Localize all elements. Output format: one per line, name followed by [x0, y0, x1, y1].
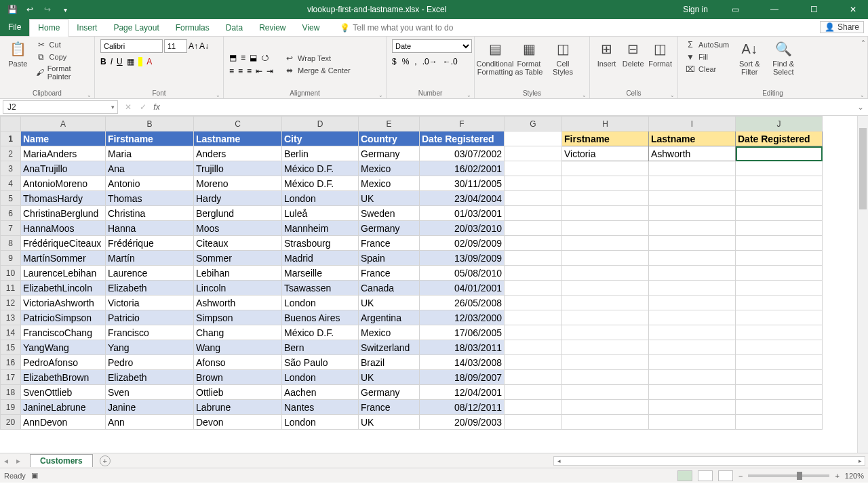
vertical-scrollbar[interactable] — [857, 116, 868, 453]
cell-H13[interactable] — [562, 310, 649, 325]
cell-E13[interactable]: Argentina — [359, 310, 420, 325]
delete-cells-button[interactable]: ⊟Delete — [622, 39, 644, 68]
cell-B12[interactable]: Victoria — [106, 296, 194, 310]
cell-H15[interactable] — [562, 340, 649, 355]
cell-F11[interactable]: 04/01/2001 — [420, 281, 505, 296]
format-cells-button[interactable]: ◫Format — [648, 39, 672, 68]
cell-I17[interactable] — [649, 370, 736, 385]
row-header-15[interactable]: 15 — [1, 340, 21, 355]
enter-icon[interactable]: ✓ — [136, 102, 151, 112]
tab-review[interactable]: Review — [251, 20, 294, 36]
name-box[interactable]: J2 — [3, 100, 118, 114]
row-header-3[interactable]: 3 — [1, 161, 21, 176]
cell-G17[interactable] — [505, 370, 562, 385]
cell-H3[interactable] — [562, 161, 649, 176]
col-header-E[interactable]: E — [359, 117, 420, 131]
row-header-12[interactable]: 12 — [1, 296, 21, 310]
cell-D12[interactable]: London — [282, 296, 359, 310]
cell-J4[interactable] — [736, 176, 823, 191]
cell-J5[interactable] — [736, 191, 823, 206]
cell-G1[interactable] — [505, 131, 562, 146]
conditional-formatting-button[interactable]: ▤Conditional Formatting — [480, 39, 510, 76]
font-name-combo[interactable] — [100, 39, 163, 53]
decrease-font-icon[interactable]: A↓ — [199, 41, 209, 51]
cell-J17[interactable] — [736, 370, 823, 385]
align-bottom-icon[interactable]: ⬓ — [250, 53, 257, 62]
cell-J15[interactable] — [736, 340, 823, 355]
tell-me-input[interactable]: 💡 Tell me what you want to do — [332, 20, 461, 36]
cell-C13[interactable]: Simpson — [194, 310, 282, 325]
cell-F5[interactable]: 23/04/2004 — [420, 191, 505, 206]
indent-decrease-icon[interactable]: ⇤ — [256, 66, 262, 76]
cell-I16[interactable] — [649, 355, 736, 370]
cell-J14[interactable] — [736, 325, 823, 340]
cell-C6[interactable]: Berglund — [194, 206, 282, 221]
col-header-I[interactable]: I — [649, 117, 736, 131]
cell-I2[interactable]: Ashworth — [649, 146, 736, 161]
fill-button[interactable]: ▼Fill — [684, 52, 730, 62]
cell-I4[interactable] — [649, 176, 736, 191]
cell-C9[interactable]: Sommer — [194, 251, 282, 266]
cell-G10[interactable] — [505, 266, 562, 281]
cell-G19[interactable] — [505, 400, 562, 415]
cell-D1[interactable]: City — [282, 131, 359, 146]
merge-center-button[interactable]: ⬌Merge & Center — [283, 65, 352, 76]
cell-E2[interactable]: Germany — [359, 146, 420, 161]
row-header-18[interactable]: 18 — [1, 385, 21, 400]
cell-G12[interactable] — [505, 296, 562, 310]
tab-page-layout[interactable]: Page Layout — [105, 20, 167, 36]
cell-A15[interactable]: YangWang — [21, 340, 106, 355]
cell-H16[interactable] — [562, 355, 649, 370]
cell-G2[interactable] — [505, 146, 562, 161]
cell-A2[interactable]: MariaAnders — [21, 146, 106, 161]
cell-C2[interactable]: Anders — [194, 146, 282, 161]
cell-I19[interactable] — [649, 400, 736, 415]
collapse-ribbon-icon[interactable]: ˄ — [861, 39, 865, 49]
increase-decimals-icon[interactable]: .0→ — [422, 57, 437, 66]
decrease-decimals-icon[interactable]: ←.0 — [443, 57, 458, 66]
cell-C10[interactable]: Lebihan — [194, 266, 282, 281]
cell-D11[interactable]: Tsawassen — [282, 281, 359, 296]
font-size-combo[interactable] — [164, 39, 187, 53]
tab-insert[interactable]: Insert — [68, 20, 105, 36]
cell-J20[interactable] — [736, 415, 823, 430]
align-left-icon[interactable]: ≡ — [229, 66, 234, 76]
cell-D17[interactable]: London — [282, 370, 359, 385]
cell-A14[interactable]: FranciscoChang — [21, 325, 106, 340]
cell-H2[interactable]: Victoria — [562, 146, 649, 161]
cell-G3[interactable] — [505, 161, 562, 176]
cell-I10[interactable] — [649, 266, 736, 281]
cell-G7[interactable] — [505, 221, 562, 236]
row-header-6[interactable]: 6 — [1, 206, 21, 221]
insert-cells-button[interactable]: ⊞Insert — [595, 39, 618, 68]
cell-I7[interactable] — [649, 221, 736, 236]
close-icon[interactable]: ✕ — [838, 0, 868, 19]
increase-font-icon[interactable]: A↑ — [189, 41, 198, 51]
cell-B1[interactable]: Firstname — [106, 131, 194, 146]
cell-G9[interactable] — [505, 251, 562, 266]
ribbon-display-icon[interactable]: ▭ — [720, 0, 750, 19]
cell-I20[interactable] — [649, 415, 736, 430]
cell-G4[interactable] — [505, 176, 562, 191]
cell-B5[interactable]: Thomas — [106, 191, 194, 206]
select-all-corner[interactable] — [1, 117, 21, 131]
cell-A10[interactable]: LaurenceLebihan — [21, 266, 106, 281]
cell-E6[interactable]: Sweden — [359, 206, 420, 221]
cell-J19[interactable] — [736, 400, 823, 415]
cell-B8[interactable]: Frédérique — [106, 236, 194, 251]
cell-E4[interactable]: Mexico — [359, 176, 420, 191]
cell-J18[interactable] — [736, 385, 823, 400]
cell-E10[interactable]: France — [359, 266, 420, 281]
formula-input[interactable] — [163, 100, 853, 114]
cell-A16[interactable]: PedroAfonso — [21, 355, 106, 370]
cell-I15[interactable] — [649, 340, 736, 355]
cell-J16[interactable] — [736, 355, 823, 370]
cell-A20[interactable]: AnnDevon — [21, 415, 106, 430]
signin-link[interactable]: Sign in — [683, 5, 708, 14]
cell-G14[interactable] — [505, 325, 562, 340]
tab-view[interactable]: View — [294, 20, 328, 36]
cell-A5[interactable]: ThomasHardy — [21, 191, 106, 206]
row-header-9[interactable]: 9 — [1, 251, 21, 266]
cell-F20[interactable]: 20/09/2003 — [420, 415, 505, 430]
underline-button[interactable]: U — [117, 57, 123, 66]
